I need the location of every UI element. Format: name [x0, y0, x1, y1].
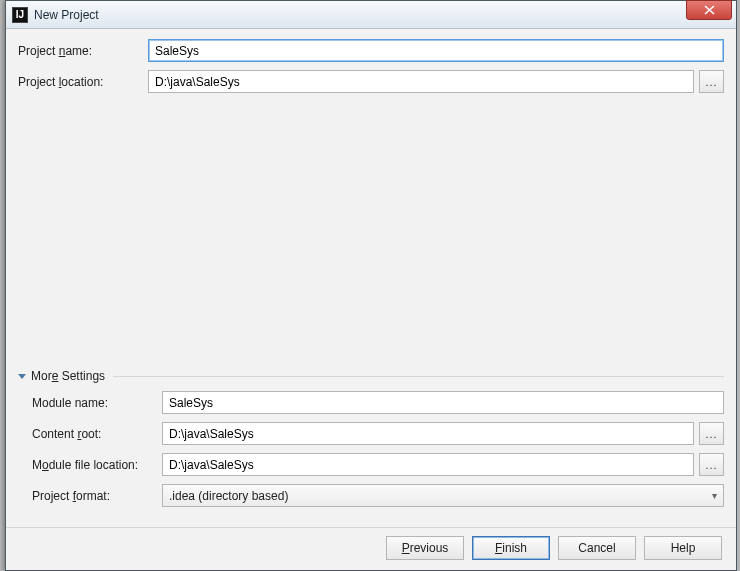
label-text: Project [18, 75, 59, 89]
dialog-window: IJ New Project Project name: Project loc… [5, 0, 737, 571]
cancel-button[interactable]: Cancel [558, 536, 636, 560]
dialog-body: Project name: Project location: ... More… [6, 29, 736, 570]
module-name-row: Module name: [32, 391, 724, 414]
content-root-input[interactable] [162, 422, 694, 445]
label-text: Project [32, 489, 73, 503]
project-format-select[interactable]: .idea (directory based) ▾ [162, 484, 724, 507]
label-text: dule file location: [49, 458, 138, 472]
project-location-row: Project location: ... [18, 70, 724, 93]
label-text: ocation: [61, 75, 103, 89]
label-text: Settings [58, 369, 105, 383]
label-text: Content [32, 427, 77, 441]
more-settings-toggle[interactable]: More Settings [18, 369, 724, 383]
window-title: New Project [34, 8, 99, 22]
project-name-input[interactable] [148, 39, 724, 62]
module-name-input[interactable] [162, 391, 724, 414]
close-button[interactable] [686, 0, 732, 20]
spacer [18, 101, 724, 363]
project-location-label: Project location: [18, 75, 148, 89]
project-format-label: Project format: [32, 489, 162, 503]
label-mnemonic: o [42, 458, 49, 472]
label-text: ormat: [76, 489, 110, 503]
module-file-location-input[interactable] [162, 453, 694, 476]
button-label: Previous [402, 541, 449, 555]
more-settings-block: Module name: Content root: ... Module fi… [18, 391, 724, 515]
project-name-label: Project name: [18, 44, 148, 58]
label-text: oot: [81, 427, 101, 441]
module-name-label: Module name: [32, 396, 162, 410]
label-text: ame: [65, 44, 92, 58]
separator-line [113, 376, 724, 377]
content-root-row: Content root: ... [32, 422, 724, 445]
button-label: Finish [495, 541, 527, 555]
help-button[interactable]: Help [644, 536, 722, 560]
footer-separator [6, 527, 736, 528]
browse-content-root-button[interactable]: ... [699, 422, 724, 445]
close-icon [704, 5, 715, 15]
titlebar: IJ New Project [6, 1, 736, 29]
button-label: Cancel [578, 541, 615, 555]
module-file-location-row: Module file location: ... [32, 453, 724, 476]
browse-location-button[interactable]: ... [699, 70, 724, 93]
previous-button[interactable]: Previous [386, 536, 464, 560]
browse-module-file-button[interactable]: ... [699, 453, 724, 476]
module-file-location-label: Module file location: [32, 458, 162, 472]
project-format-row: Project format: .idea (directory based) … [32, 484, 724, 507]
app-icon: IJ [12, 7, 28, 23]
chevron-down-icon [18, 374, 26, 379]
label-text: Project [18, 44, 59, 58]
finish-button[interactable]: Finish [472, 536, 550, 560]
more-settings-label: More Settings [31, 369, 105, 383]
footer-buttons: Previous Finish Cancel Help [18, 536, 724, 562]
content-root-label: Content root: [32, 427, 162, 441]
chevron-down-icon: ▾ [712, 490, 717, 501]
label-text: M [32, 458, 42, 472]
project-location-input[interactable] [148, 70, 694, 93]
button-label: Help [671, 541, 696, 555]
project-format-value: .idea (directory based) [169, 489, 288, 503]
project-name-row: Project name: [18, 39, 724, 62]
label-text: Mor [31, 369, 52, 383]
